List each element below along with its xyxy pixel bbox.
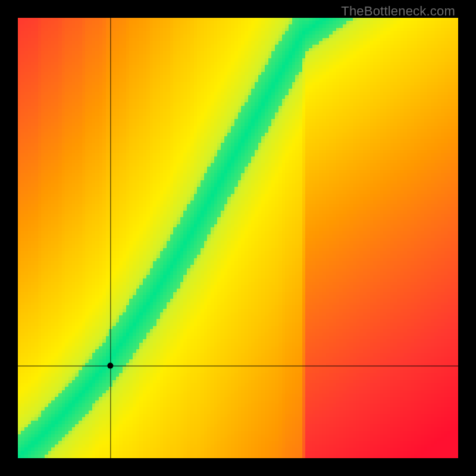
heatmap-chart [18,18,458,458]
heatmap-canvas [18,18,458,458]
watermark-text: TheBottleneck.com [341,4,455,19]
